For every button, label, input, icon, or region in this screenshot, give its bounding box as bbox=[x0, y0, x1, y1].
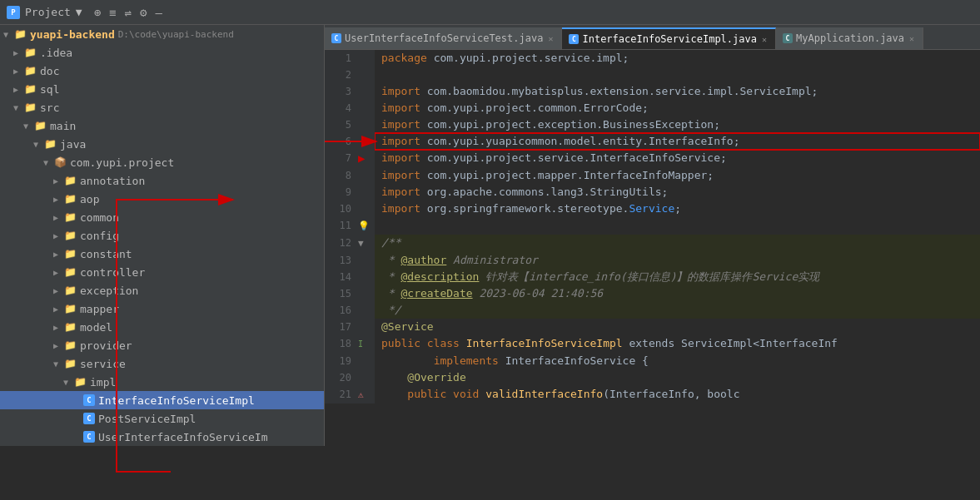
list-icon[interactable]: ≡ bbox=[109, 6, 116, 19]
sidebar: ▼ 📁 yuapi-backend D:\code\yuapi-backend … bbox=[0, 25, 325, 446]
tree-root[interactable]: ▼ 📁 yuapi-backend D:\code\yuapi-backend bbox=[0, 25, 324, 43]
mapper-label: mapper bbox=[80, 303, 119, 315]
editor-area: C UserInterfaceInfoServiceTest.java ✕ C … bbox=[325, 25, 980, 500]
PostServiceImpl-icon: C bbox=[83, 413, 95, 424]
tree-item-model[interactable]: ▶ 📁 model bbox=[0, 318, 324, 336]
tree-item-package[interactable]: ▼ 📦 com.yupi.project bbox=[0, 153, 324, 171]
project-dropdown-arrow[interactable]: ▼ bbox=[76, 6, 82, 18]
tree-item-aop[interactable]: ▶ 📁 aop bbox=[0, 190, 324, 208]
line-num-19: 19 bbox=[325, 353, 358, 369]
tree-item-java[interactable]: ▼ 📁 java bbox=[0, 135, 324, 153]
code-line-4: 4 import com.yupi.project.common.ErrorCo… bbox=[325, 100, 980, 116]
controller-label: controller bbox=[80, 266, 145, 279]
line-content-2 bbox=[375, 67, 980, 83]
impl-folder-icon: 📁 bbox=[73, 375, 87, 389]
exception-arrow: ▶ bbox=[53, 286, 63, 295]
minimize-icon[interactable]: — bbox=[155, 6, 162, 19]
line-content-7: import com.yupi.project.service.Interfac… bbox=[375, 150, 980, 167]
line-num-13: 13 bbox=[325, 252, 358, 269]
sql-folder-icon: 📁 bbox=[23, 82, 37, 96]
InterfaceInfoServiceImpl-icon: C bbox=[83, 394, 95, 406]
settings-icon[interactable]: ⚙ bbox=[140, 6, 147, 19]
line-content-1: package com.yupi.project.service.impl; bbox=[375, 50, 980, 67]
tree-item-doc[interactable]: ▶ 📁 doc bbox=[0, 62, 324, 80]
tab-app-close[interactable]: ✕ bbox=[908, 33, 916, 44]
fold-icon-12[interactable]: ▼ bbox=[358, 238, 364, 249]
line-num-21: 21 bbox=[325, 386, 358, 403]
constant-label: constant bbox=[80, 248, 132, 260]
tree-item-provider[interactable]: ▶ 📁 provider bbox=[0, 336, 324, 354]
tree-item-PostServiceImpl[interactable]: ▶ C PostServiceImpl bbox=[0, 409, 324, 428]
tab-impl-label: InterfaceInfoServiceImpl.java bbox=[582, 33, 757, 45]
tree-item-idea[interactable]: ▶ 📁 .idea bbox=[0, 43, 324, 62]
tree-item-sql[interactable]: ▶ 📁 sql bbox=[0, 80, 324, 98]
bulb-icon-11[interactable]: 💡 bbox=[358, 220, 370, 231]
line-content-4: import com.yupi.project.common.ErrorCode… bbox=[375, 100, 980, 116]
tree-item-InterfaceInfoServiceImpl[interactable]: ▶ C InterfaceInfoServiceImpl bbox=[0, 391, 324, 409]
aop-label: aop bbox=[80, 193, 99, 205]
idea-label: .idea bbox=[40, 47, 72, 59]
root-arrow: ▼ bbox=[3, 30, 13, 39]
line-num-18: 18 bbox=[325, 335, 358, 353]
config-label: config bbox=[80, 230, 119, 242]
tree-item-exception[interactable]: ▶ 📁 exception bbox=[0, 281, 324, 300]
tree-item-service[interactable]: ▼ 📁 service bbox=[0, 354, 324, 373]
toolbar-icons: ⊕ ≡ ⇌ ⚙ — bbox=[94, 6, 162, 19]
line-gutter-5 bbox=[358, 116, 375, 133]
tree-item-constant[interactable]: ▶ 📁 constant bbox=[0, 245, 324, 263]
line-num-1: 1 bbox=[325, 50, 358, 67]
code-line-17: 17 @Service bbox=[325, 319, 980, 335]
line-gutter-21: ⚠ bbox=[358, 386, 375, 403]
tree-item-config[interactable]: ▶ 📁 config bbox=[0, 226, 324, 245]
tab-test-close[interactable]: ✕ bbox=[546, 33, 555, 44]
line-content-13: * @author Administrator bbox=[375, 252, 980, 269]
code-editor[interactable]: 1 package com.yupi.project.service.impl;… bbox=[325, 50, 980, 500]
service-folder-icon: 📁 bbox=[63, 357, 77, 370]
tree-item-mapper[interactable]: ▶ 📁 mapper bbox=[0, 300, 324, 318]
sql-arrow: ▶ bbox=[13, 85, 23, 94]
impl-gutter-icon-18[interactable]: I bbox=[358, 339, 363, 349]
common-arrow: ▶ bbox=[53, 213, 63, 222]
java-label: java bbox=[60, 138, 86, 151]
exception-label: exception bbox=[80, 285, 138, 297]
tab-test[interactable]: C UserInterfaceInfoServiceTest.java ✕ bbox=[325, 27, 562, 49]
tree-item-UserInterfaceInfoServiceImpl[interactable]: ▶ C UserInterfaceInfoServiceIm bbox=[0, 428, 324, 446]
sidebar-container: ▼ 📁 yuapi-backend D:\code\yuapi-backend … bbox=[0, 25, 325, 500]
tab-impl-close[interactable]: ✕ bbox=[760, 34, 769, 45]
impl-folder-arrow: ▼ bbox=[63, 378, 73, 387]
line-content-18: public class InterfaceInfoServiceImpl ex… bbox=[375, 335, 980, 353]
tree-item-impl-folder[interactable]: ▼ 📁 impl bbox=[0, 373, 324, 391]
tab-app[interactable]: C MyApplication.java ✕ bbox=[776, 27, 923, 49]
tab-impl-icon: C bbox=[569, 34, 579, 44]
tab-test-label: UserInterfaceInfoServiceTest.java bbox=[345, 32, 543, 44]
line-num-8: 8 bbox=[325, 167, 358, 184]
src-label: src bbox=[40, 101, 59, 114]
tree-item-controller[interactable]: ▶ 📁 controller bbox=[0, 263, 324, 281]
line-content-14: * @description 针对表【interface_info(接口信息)】… bbox=[375, 269, 980, 285]
tab-impl[interactable]: C InterfaceInfoServiceImpl.java ✕ bbox=[562, 27, 776, 49]
tree-item-annotation[interactable]: ▶ 📁 annotation bbox=[0, 171, 324, 190]
code-line-8: 8 import com.yupi.project.mapper.Interfa… bbox=[325, 167, 980, 184]
structure-icon[interactable]: ⊕ bbox=[94, 6, 101, 19]
line-gutter-15 bbox=[358, 285, 375, 302]
line-gutter-14 bbox=[358, 269, 375, 285]
idea-arrow: ▶ bbox=[13, 48, 23, 57]
line-num-4: 4 bbox=[325, 100, 358, 116]
service-label: service bbox=[80, 358, 126, 370]
line-num-14: 14 bbox=[325, 269, 358, 285]
tree-item-common[interactable]: ▶ 📁 common bbox=[0, 208, 324, 226]
line-content-21: public void validInterfaceInfo(Interface… bbox=[375, 386, 980, 403]
exception-folder-icon: 📁 bbox=[63, 284, 77, 297]
gutter-arrow-7: ▶ bbox=[358, 151, 365, 165]
doc-arrow: ▶ bbox=[13, 67, 23, 76]
config-arrow: ▶ bbox=[53, 231, 63, 240]
code-line-13: 13 * @author Administrator bbox=[325, 252, 980, 269]
tree-item-src[interactable]: ▼ 📁 src bbox=[0, 98, 324, 116]
project-label[interactable]: Project bbox=[25, 6, 71, 18]
line-content-17: @Service bbox=[375, 319, 980, 335]
tree-item-main[interactable]: ▼ 📁 main bbox=[0, 116, 324, 135]
idea-folder-icon: 📁 bbox=[23, 46, 37, 59]
line-num-3: 3 bbox=[325, 83, 358, 100]
sync-icon[interactable]: ⇌ bbox=[125, 6, 132, 19]
line-gutter-18: I bbox=[358, 335, 375, 353]
